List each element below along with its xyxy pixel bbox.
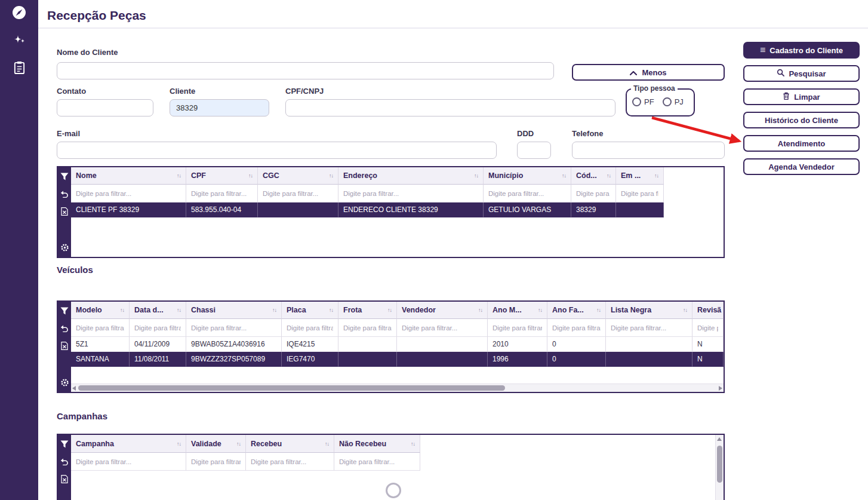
sort-icon[interactable]: ↑↓ [177,173,181,179]
sort-icon[interactable]: ↑↓ [120,307,124,313]
column-header-ano-fabricacao[interactable]: Ano Fa...↑↓ [547,302,606,319]
sort-icon[interactable]: ↑↓ [654,173,658,179]
column-header-lista-negra[interactable]: Lista Negra↑↓ [606,302,692,319]
filter-input-chassi[interactable] [187,324,280,332]
column-header-frota[interactable]: Frota↑↓ [338,302,397,319]
sort-icon[interactable]: ↑↓ [272,307,276,313]
radio-pj-icon[interactable] [663,97,672,106]
filter-icon[interactable] [60,440,69,449]
filter-input-placa[interactable] [283,324,337,332]
sort-icon[interactable]: ↑↓ [236,441,241,447]
filter-input-cgc[interactable] [259,190,337,197]
sort-icon[interactable]: ↑↓ [177,441,181,447]
sort-icon[interactable]: ↑↓ [683,307,687,313]
sort-icon[interactable]: ↑↓ [329,307,333,313]
scrollbar-thumb[interactable] [78,385,505,391]
column-header-endereco[interactable]: Endereço↑↓ [338,167,484,185]
column-header-cpf[interactable]: CPF↑↓ [186,167,258,185]
column-header-email[interactable]: Em ...↑↓ [616,167,664,185]
filter-input-validade[interactable] [187,458,244,465]
scroll-left-icon[interactable] [72,386,76,391]
sort-icon[interactable]: ↑↓ [478,307,482,313]
filter-input-codigo[interactable] [572,190,614,197]
sort-icon[interactable]: ↑↓ [538,307,542,313]
table-row-vehicle[interactable]: SANTANA 11/08/2011 9BWZZZ327SP057089 IEG… [71,352,724,367]
column-header-ano-modelo[interactable]: Ano M...↑↓ [488,302,547,319]
limpar-button[interactable]: Limpar [743,88,860,105]
scroll-right-icon[interactable] [719,386,722,391]
sidebar-item-clipboard[interactable] [0,55,38,82]
filter-input-endereco[interactable] [340,190,482,197]
nome-cliente-input[interactable] [57,62,554,79]
gear-icon[interactable] [60,243,69,252]
historico-cliente-button[interactable]: Histórico do Cliente [743,112,860,128]
table-row-vehicle[interactable]: 5Z1 04/11/2009 9BWAB05Z1A4036916 IQE4215… [71,337,724,352]
filter-input-nao-recebeu[interactable] [335,458,418,465]
undo-icon[interactable] [60,457,69,466]
filter-input-modelo[interactable] [72,324,128,332]
scrollbar-thumb[interactable] [717,446,722,483]
undo-icon[interactable] [60,324,69,333]
table-row-client[interactable]: CLIENTE PF 38329 583.955.040-04 ENDERECO… [71,203,724,217]
horizontal-scrollbar[interactable] [71,384,724,392]
filter-input-vendedor[interactable] [398,324,486,332]
filter-input-frota[interactable] [340,324,395,332]
scroll-up-icon[interactable] [717,437,722,441]
undo-icon[interactable] [60,189,69,198]
ddd-input[interactable] [517,142,551,159]
sort-icon[interactable]: ↑↓ [325,441,329,447]
column-header-municipio[interactable]: Município↑↓ [484,167,571,185]
excel-export-icon[interactable] [60,474,69,483]
agenda-vendedor-button[interactable]: Agenda Vendedor [743,158,860,175]
filter-input-ano-modelo[interactable] [489,324,546,332]
column-header-revisao[interactable]: Revisã [692,302,724,319]
cadastro-cliente-button[interactable]: ≡ Cadastro do Cliente [743,42,860,59]
filter-input-recebeu[interactable] [247,458,333,465]
vertical-scrollbar[interactable] [715,435,724,500]
radio-pf-icon[interactable] [632,97,641,106]
pesquisar-button[interactable]: Pesquisar [743,65,860,82]
excel-export-icon[interactable] [60,341,69,350]
column-header-vendedor[interactable]: Vendedor↑↓ [397,302,488,319]
column-header-modelo[interactable]: Modelo↑↓ [71,302,130,319]
filter-input-email[interactable] [617,190,662,197]
cliente-input[interactable] [170,99,269,116]
filter-input-municipio[interactable] [485,190,570,197]
sidebar-item-assistant[interactable] [0,27,38,55]
sort-icon[interactable]: ↑↓ [329,173,333,179]
column-header-chassi[interactable]: Chassi↑↓ [186,302,282,319]
sort-icon[interactable]: ↑↓ [248,173,253,179]
sort-icon[interactable]: ↑↓ [387,307,392,313]
sidebar-item-compass[interactable] [0,0,38,27]
cpf-cnpj-input[interactable] [285,99,615,116]
telefone-input[interactable] [572,142,725,159]
email-input[interactable] [57,142,497,159]
filter-input-revisao[interactable] [694,324,722,332]
column-header-cgc[interactable]: CGC↑↓ [258,167,338,185]
excel-export-icon[interactable] [60,207,69,216]
menos-button[interactable]: Menos [572,64,725,81]
sort-icon[interactable]: ↑↓ [474,173,478,179]
contato-input[interactable] [57,99,153,116]
sort-icon[interactable]: ↑↓ [177,307,181,313]
filter-input-ano-fabricacao[interactable] [549,324,604,332]
filter-icon[interactable] [60,306,69,315]
atendimento-button[interactable]: Atendimento [743,135,860,152]
sort-icon[interactable]: ↑↓ [411,441,415,447]
radio-option-pj[interactable]: PJ [663,97,684,106]
column-header-data[interactable]: Data d...↑↓ [130,302,186,319]
column-header-recebeu[interactable]: Recebeu↑↓ [246,435,334,453]
column-header-codigo[interactable]: Cód...↑↓ [571,167,616,185]
column-header-validade[interactable]: Validade↑↓ [186,435,246,453]
gear-icon[interactable] [60,378,69,387]
column-header-nome[interactable]: Nome↑↓ [71,167,186,185]
sort-icon[interactable]: ↑↓ [562,173,566,179]
sort-icon[interactable]: ↑↓ [596,307,601,313]
filter-icon[interactable] [60,172,69,181]
column-header-placa[interactable]: Placa↑↓ [282,302,338,319]
sort-icon[interactable]: ↑↓ [607,173,611,179]
filter-input-data[interactable] [131,324,184,332]
column-header-campanha[interactable]: Campanha↑↓ [71,435,186,453]
filter-input-campanha[interactable] [72,458,184,465]
filter-input-cpf[interactable] [187,190,256,197]
